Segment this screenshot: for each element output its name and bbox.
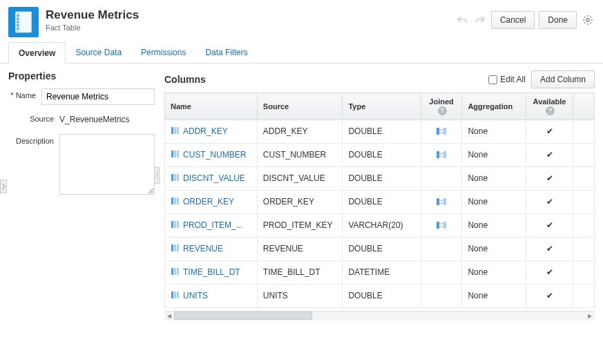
column-joined[interactable] xyxy=(421,213,462,237)
column-name-link[interactable]: ADDR_KEY xyxy=(183,126,228,135)
svg-rect-17 xyxy=(174,127,176,134)
svg-rect-31 xyxy=(177,198,179,204)
column-name-link[interactable]: DISCNT_VALUE xyxy=(183,173,245,182)
svg-rect-25 xyxy=(443,151,446,158)
scroll-thumb[interactable] xyxy=(174,312,312,320)
column-joined[interactable] xyxy=(421,119,462,143)
col-header-aggregation[interactable]: Aggregation xyxy=(462,93,526,120)
column-actions xyxy=(573,143,595,166)
svg-rect-34 xyxy=(171,221,173,228)
help-icon[interactable]: ? xyxy=(546,106,555,115)
svg-rect-21 xyxy=(171,151,173,157)
column-type: DATETIME xyxy=(343,260,421,284)
col-header-source[interactable]: Source xyxy=(257,93,343,120)
column-name-link[interactable]: PROD_ITEM_... xyxy=(183,220,243,229)
column-icon xyxy=(171,267,180,278)
svg-rect-26 xyxy=(171,174,173,181)
column-type: DOUBLE xyxy=(343,284,421,307)
svg-line-12 xyxy=(584,17,585,17)
column-aggregation: None xyxy=(462,213,526,237)
svg-rect-23 xyxy=(177,151,179,157)
column-available: ✔ xyxy=(526,166,573,190)
cancel-button[interactable]: Cancel xyxy=(491,11,535,29)
column-name-link[interactable]: ORDER_KEY xyxy=(183,196,234,206)
scroll-right-icon[interactable]: ▸ xyxy=(585,312,595,320)
undo-icon xyxy=(455,13,469,27)
svg-rect-35 xyxy=(174,221,176,228)
svg-rect-28 xyxy=(177,174,179,181)
column-icon xyxy=(171,149,180,161)
svg-rect-45 xyxy=(171,291,173,298)
svg-rect-32 xyxy=(437,198,439,205)
column-type: DOUBLE xyxy=(343,166,421,190)
svg-rect-38 xyxy=(443,222,446,229)
column-joined xyxy=(421,284,462,307)
svg-point-7 xyxy=(586,19,589,21)
column-joined xyxy=(421,237,462,260)
svg-line-15 xyxy=(591,17,591,17)
table-row: REVENUEREVENUEDOUBLENone✔ xyxy=(165,237,595,260)
add-column-button[interactable]: Add Column xyxy=(531,70,595,88)
help-icon[interactable]: ? xyxy=(438,106,447,115)
column-source: ORDER_KEY xyxy=(257,190,343,213)
svg-rect-19 xyxy=(437,128,439,135)
column-type: DOUBLE xyxy=(343,237,421,260)
column-joined[interactable] xyxy=(421,190,462,213)
source-label: Source xyxy=(8,112,59,123)
column-name-link[interactable]: TIME_BILL_DT xyxy=(183,267,240,276)
svg-rect-36 xyxy=(177,221,179,228)
column-type: DOUBLE xyxy=(343,143,421,166)
description-label: Description xyxy=(8,134,59,145)
tab-permissions[interactable]: Permissions xyxy=(131,42,195,64)
columns-table: Name Source Type Joined? Aggregation Ava… xyxy=(164,93,595,308)
col-header-name[interactable]: Name xyxy=(165,93,258,120)
column-available: ✔ xyxy=(526,260,573,284)
svg-rect-18 xyxy=(177,127,179,134)
done-button[interactable]: Done xyxy=(539,11,577,29)
column-source: DISCNT_VALUE xyxy=(257,166,343,190)
column-source: CUST_NUMBER xyxy=(257,143,343,166)
svg-rect-37 xyxy=(437,222,439,229)
column-name-link[interactable]: UNITS xyxy=(183,290,208,300)
column-aggregation: None xyxy=(462,143,526,166)
column-icon xyxy=(171,196,180,208)
edit-all-checkbox[interactable] xyxy=(488,75,497,84)
svg-rect-43 xyxy=(174,268,176,275)
table-row: PROD_ITEM_...PROD_ITEM_KEYVARCHAR(20)Non… xyxy=(165,213,595,237)
edit-all-checkbox-wrap[interactable]: Edit All xyxy=(488,75,526,84)
name-input[interactable] xyxy=(41,88,155,105)
column-icon xyxy=(171,290,180,302)
gear-icon[interactable] xyxy=(581,13,595,27)
column-name-link[interactable]: REVENUE xyxy=(183,243,223,253)
svg-line-14 xyxy=(584,23,585,23)
col-header-available[interactable]: Available? xyxy=(526,93,573,120)
pane-resize-handle[interactable]: ⋮ xyxy=(154,167,160,184)
horizontal-scrollbar[interactable]: ◂ ▸ xyxy=(164,311,595,320)
columns-heading: Columns xyxy=(164,74,488,85)
tab-bar: OverviewSource DataPermissionsData Filte… xyxy=(0,41,603,64)
column-actions xyxy=(573,119,595,143)
column-available: ✔ xyxy=(526,119,573,143)
column-actions xyxy=(573,284,595,307)
svg-rect-40 xyxy=(174,245,176,251)
column-type: DOUBLE xyxy=(343,190,421,213)
col-header-type[interactable]: Type xyxy=(343,93,421,120)
table-row: ADDR_KEYADDR_KEYDOUBLENone✔ xyxy=(165,119,595,143)
column-name-link[interactable]: CUST_NUMBER xyxy=(183,149,246,159)
column-aggregation: None xyxy=(462,284,526,307)
column-actions xyxy=(573,166,595,190)
svg-rect-2 xyxy=(17,15,19,17)
description-input[interactable] xyxy=(59,134,155,195)
tab-source-data[interactable]: Source Data xyxy=(66,42,131,64)
column-aggregation: None xyxy=(462,190,526,213)
tab-overview[interactable]: Overview xyxy=(8,42,66,64)
table-row: ORDER_KEYORDER_KEYDOUBLENone✔ xyxy=(165,190,595,213)
name-label: * Name xyxy=(8,88,41,99)
column-joined[interactable] xyxy=(421,143,462,166)
tab-data-filters[interactable]: Data Filters xyxy=(195,42,257,64)
col-header-joined[interactable]: Joined? xyxy=(421,93,462,120)
column-joined xyxy=(421,260,462,284)
svg-rect-16 xyxy=(171,127,173,134)
column-joined xyxy=(421,166,462,190)
scroll-left-icon[interactable]: ◂ xyxy=(164,312,174,320)
